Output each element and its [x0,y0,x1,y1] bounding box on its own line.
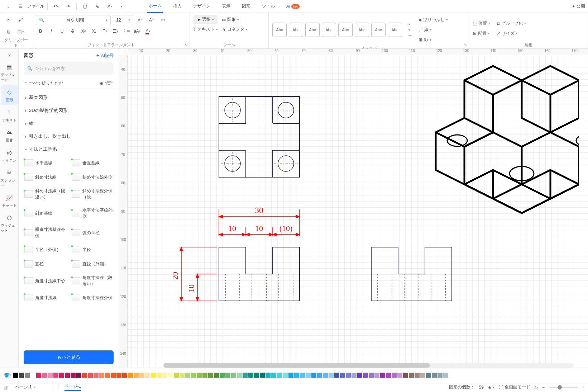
tab-tool[interactable]: ツール [260,0,276,13]
save-button[interactable]: ▢ [80,1,90,11]
color-swatch[interactable] [99,373,104,378]
color-swatch[interactable] [82,373,87,378]
color-swatch[interactable] [403,373,408,378]
bullet-list-button[interactable]: ⋮≡▾ [122,27,131,36]
symbol-search-input[interactable]: 🔍 シンボルを検索 [24,62,114,75]
add-page-button[interactable]: + [58,385,60,390]
color-swatch[interactable] [168,373,173,378]
color-swatch[interactable] [59,373,64,378]
menu-icon[interactable]: ☰ [15,1,26,11]
color-swatch[interactable] [426,373,431,378]
color-swatch[interactable] [180,373,185,378]
italic-button[interactable]: I [47,27,56,36]
front-view-right[interactable] [371,247,452,301]
position-button[interactable]: ⬚ 位置▾ [473,19,490,28]
connector-tool[interactable]: ↳ コネクタ▾ [222,26,248,32]
shape-item[interactable]: 斜め寸法線外側（段… [71,186,114,202]
present-button[interactable]: ▷ [535,385,538,390]
expand-icon[interactable]: ⤡ [185,43,187,47]
superscript-button[interactable]: X² [79,27,88,36]
canvas[interactable]: 1020304050607080901001101201301401501601… [119,49,588,368]
color-swatch[interactable] [329,373,334,378]
color-swatch[interactable] [340,373,345,378]
color-swatch[interactable] [374,373,379,378]
color-swatch[interactable] [151,373,156,378]
color-swatch[interactable] [243,373,248,378]
color-swatch[interactable] [294,373,299,378]
style-preset[interactable]: Abc [272,23,287,37]
color-swatch[interactable] [13,373,18,378]
shape-item[interactable]: 斜め寸法線外側 [71,171,114,183]
shadow-button[interactable]: ▣ 影▾ [419,35,448,44]
line-button[interactable]: ／ 線▾ [419,25,448,34]
line-spacing-button[interactable]: ☰▾ [111,27,120,36]
increase-font-button[interactable]: A⁺ [135,15,145,25]
vertical-dimensions[interactable]: 20 10 [171,247,217,301]
font-size-select[interactable]: 12▾ [113,15,133,25]
color-swatch[interactable] [53,373,58,378]
color-swatch[interactable] [420,373,425,378]
color-swatch[interactable] [157,373,162,378]
style-preset[interactable]: Abc [355,23,369,37]
color-swatch[interactable] [352,373,357,378]
color-swatch[interactable] [145,373,150,378]
color-swatch[interactable] [25,373,30,378]
dimension-lines[interactable]: 30 10 10 (10) [219,206,300,236]
color-swatch[interactable] [283,373,288,378]
color-swatch[interactable] [254,373,259,378]
text-case-button[interactable]: T▾ [100,27,110,36]
color-swatch[interactable] [225,373,230,378]
shape-item[interactable]: 直径 [24,258,67,270]
fullscreen-button[interactable]: ⛶ 全画面モード [499,384,530,390]
more-button[interactable]: ▾ [116,1,127,11]
color-swatch[interactable] [208,373,213,378]
rail-shape[interactable]: ◇図形 [1,85,18,105]
fill-tool-icon[interactable]: 🪣▾ [3,370,12,380]
color-swatch[interactable] [300,373,305,378]
font-color-button[interactable]: A▾ [143,27,153,36]
color-swatch[interactable] [88,373,93,378]
color-swatch[interactable] [380,373,385,378]
canvas-scrollbar-horizontal[interactable] [163,363,574,368]
layers-button[interactable]: ◈▾ [488,385,494,390]
color-swatch[interactable] [139,373,144,378]
export-button[interactable]: ↗▾ [104,1,115,11]
size-button[interactable]: ⤢ サイズ▾ [497,29,526,38]
page-tab[interactable]: ページ-1 [64,383,81,391]
color-swatch[interactable] [214,373,219,378]
category-callout[interactable]: 引き出し、吹き出し [19,130,119,143]
style-preset[interactable]: Abc [388,23,402,37]
rail-template[interactable]: ▤テンプレート [1,60,18,85]
shape-item[interactable]: 水平寸法基線外側 [71,205,114,222]
font-family-select[interactable]: 🔍 ＭＳ 明朝▾ [36,15,111,25]
tab-ai[interactable]: AIhot [285,0,301,13]
expand-icon[interactable]: ⤡ [464,43,467,47]
shape-item[interactable]: 水平基線 [24,157,67,169]
color-swatch[interactable] [111,373,116,378]
top-plan-view[interactable] [219,96,300,177]
color-swatch[interactable] [397,373,402,378]
color-swatch[interactable] [432,373,437,378]
color-swatch[interactable] [36,373,41,378]
tab-shape[interactable]: 図形 [240,0,252,13]
color-swatch[interactable] [71,373,76,378]
manage-button[interactable]: ⚙ 管理 [100,80,114,86]
color-swatch[interactable] [237,373,242,378]
rail-collapse-button[interactable]: « [8,50,11,60]
color-swatch[interactable] [30,373,35,378]
tab-insert[interactable]: 挿入 [172,0,183,13]
color-swatch[interactable] [116,373,121,378]
style-preset[interactable]: Abc [305,23,320,37]
color-swatch[interactable] [415,373,420,378]
color-swatch[interactable] [363,373,368,378]
color-swatch[interactable] [185,373,190,378]
color-swatch[interactable] [220,373,225,378]
shape-tool[interactable]: ▭ 図形▾ [222,15,239,24]
page-list-button[interactable]: ▥ [4,385,8,390]
color-swatch[interactable] [231,373,236,378]
color-swatch[interactable] [311,373,316,378]
shape-item[interactable]: 弧の半径 [71,225,114,241]
color-swatch[interactable] [386,373,391,378]
style-more-button[interactable]: ⋯ [406,33,412,38]
underline-button[interactable]: U [57,27,67,36]
